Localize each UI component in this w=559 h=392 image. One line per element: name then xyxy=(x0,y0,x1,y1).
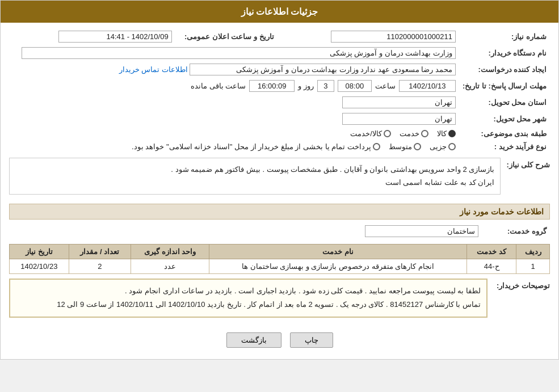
need-desc-box: بازسازی 2 واحد سرویس بهداشتی بانوان و آق… xyxy=(9,158,501,195)
deadline-row: 1402/10/13 ساعت 08:00 3 روز و 16:00:09 س… xyxy=(12,80,456,92)
deadline-days-box: 3 xyxy=(317,80,334,92)
table-row: نوع فرآیند خرید : جزیی متوسط xyxy=(9,140,550,153)
table-row: مهلت ارسال پاسخ: تا تاریخ: 1402/10/13 سا… xyxy=(9,78,550,94)
page-title: جزئیات اطلاعات نیاز xyxy=(241,7,318,16)
purchase-medium-label: متوسط xyxy=(389,142,412,151)
purchase-option-islamic[interactable]: پرداخت تمام یا بخشی از مبلغ خریدار از مح… xyxy=(12,142,380,151)
radio-partial-icon xyxy=(448,143,456,150)
col-row-num: ردیف xyxy=(516,244,550,259)
col-service-name: نام خدمت xyxy=(209,244,467,259)
service-table-body: 1ح-44انجام کارهای متفرقه درخصوص بازسازی … xyxy=(10,259,550,273)
deadline-remaining-label: ساعت باقی مانده xyxy=(191,82,246,90)
deadline-date-box: 1402/10/13 xyxy=(399,80,456,92)
deadline-value: 1402/10/13 ساعت 08:00 3 روز و 16:00:09 س… xyxy=(9,78,459,94)
buyer-org-box: وزارت بهداشت درمان و آموزش پزشکی xyxy=(22,47,456,59)
service-group-label: گروه خدمت: xyxy=(482,223,550,239)
creator-label: ایجاد کننده درخواست: xyxy=(459,61,550,78)
city-box: تهران xyxy=(342,113,456,125)
buyer-notes-line1: لطفا به لیست پیوست مراجعه نمایید . قیمت … xyxy=(16,284,481,298)
cell-date: 1402/10/23 xyxy=(10,259,69,273)
need-desc-label: شرح کلی نیاز: xyxy=(506,158,550,169)
purchase-type-value: جزیی متوسط پرداخت تمام یا بخشی از مبلغ خ… xyxy=(9,140,459,153)
province-label: استان محل تحویل: xyxy=(459,94,550,111)
radio-islamic-icon xyxy=(373,143,380,150)
category-khedmat-label: خدمت xyxy=(400,129,419,138)
buyer-notes-box: لطفا به لیست پیوست مراجعه نمایید . قیمت … xyxy=(9,279,487,318)
city-label: شهر محل تحویل: xyxy=(459,111,550,127)
radio-kala-icon xyxy=(448,130,456,137)
category-both-label: کالا/خدمت xyxy=(350,129,382,138)
buyer-notes-section: توصیحات خریدار: لطفا به لیست پیوست مراجع… xyxy=(9,279,550,322)
service-info-header: اطلاعات خدمات مورد نیاز xyxy=(9,204,550,220)
province-box: تهران xyxy=(342,96,456,108)
service-group-box: ساختمان xyxy=(365,225,478,237)
table-row: شهر محل تحویل: تهران xyxy=(9,111,550,127)
cell-row_num: 1 xyxy=(516,259,550,273)
table-row: نام دستگاه خریدار: وزارت بهداشت درمان و … xyxy=(9,45,550,61)
main-content: شماره نیاز: 1102000001000211 تاریخ و ساع… xyxy=(1,23,558,359)
need-number-value: 1102000001000211 xyxy=(278,28,459,45)
category-radio-group: کالا خدمت کالا/خدمت xyxy=(12,129,456,138)
info-table: شماره نیاز: 1102000001000211 تاریخ و ساع… xyxy=(9,28,550,153)
col-date: تاریخ نیاز xyxy=(10,244,69,259)
table-row: 1ح-44انجام کارهای متفرقه درخصوص بازسازی … xyxy=(10,259,550,273)
need-desc-line2: ایران کد به علت تشابه اسمی است xyxy=(15,176,494,189)
col-unit: واحد اندازه گیری xyxy=(131,244,209,259)
category-option-kala[interactable]: کالا xyxy=(437,129,456,138)
deadline-time-box: 08:00 xyxy=(338,80,372,92)
service-group-value: ساختمان xyxy=(9,223,482,239)
radio-medium-icon xyxy=(414,143,421,150)
date-label: تاریخ و ساعت اعلان عمومی: xyxy=(175,28,278,45)
need-number-box: 1102000001000211 xyxy=(331,31,456,43)
col-service-code: کد خدمت xyxy=(466,244,516,259)
deadline-label: مهلت ارسال پاسخ: تا تاریخ: xyxy=(459,78,550,94)
deadline-remaining-box: 16:00:09 xyxy=(249,80,295,92)
service-group-table: گروه خدمت: ساختمان xyxy=(9,223,550,239)
radio-khedmat-icon xyxy=(421,130,428,137)
creator-value: محمد رضا مسعودی عهد ندارد وزارت بهداشت د… xyxy=(9,61,459,78)
city-value: تهران xyxy=(9,111,459,127)
back-button[interactable]: بازگشت xyxy=(226,332,281,348)
table-row: استان محل تحویل: تهران xyxy=(9,94,550,111)
purchase-type-label: نوع فرآیند خرید : xyxy=(459,140,550,153)
table-row: گروه خدمت: ساختمان xyxy=(9,223,550,239)
cell-quantity: 2 xyxy=(69,259,131,273)
table-header-row: ردیف کد خدمت نام خدمت واحد اندازه گیری ت… xyxy=(10,244,550,259)
buyer-notes-label: توصیحات خریدار: xyxy=(493,279,550,290)
contact-link[interactable]: اطلاعات تماس خریدار xyxy=(119,65,188,74)
table-row: شماره نیاز: 1102000001000211 تاریخ و ساع… xyxy=(9,28,550,45)
category-option-both[interactable]: کالا/خدمت xyxy=(350,129,391,138)
need-number-label: شماره نیاز: xyxy=(459,28,550,45)
province-value: تهران xyxy=(9,94,459,111)
col-quantity: تعداد / مقدار xyxy=(69,244,131,259)
cell-unit: عدد xyxy=(131,259,209,273)
cell-service_code: ح-44 xyxy=(466,259,516,273)
deadline-time-label: ساعت xyxy=(375,82,396,90)
category-kala-label: کالا xyxy=(437,129,447,138)
service-table-head: ردیف کد خدمت نام خدمت واحد اندازه گیری ت… xyxy=(10,244,550,259)
page-wrapper: جزئیات اطلاعات نیاز شماره نیاز: 11020000… xyxy=(0,0,559,360)
radio-both-icon xyxy=(384,130,391,137)
table-row: ایجاد کننده درخواست: محمد رضا مسعودی عهد… xyxy=(9,61,550,78)
date-value: 1402/10/09 - 14:41 xyxy=(9,28,175,45)
buyer-org-value: وزارت بهداشت درمان و آموزش پزشکی xyxy=(9,45,459,61)
purchase-partial-label: جزیی xyxy=(430,142,447,151)
button-row: چاپ بازگشت xyxy=(9,327,550,353)
category-value: کالا خدمت کالا/خدمت xyxy=(9,127,459,140)
deadline-days-label: روز و xyxy=(298,82,314,90)
creator-box: محمد رضا مسعودی عهد ندارد وزارت بهداشت د… xyxy=(190,64,456,75)
date-box: 1402/10/09 - 14:41 xyxy=(58,31,172,43)
need-desc-line1: بازسازی 2 واحد سرویس بهداشتی بانوان و آق… xyxy=(15,163,494,176)
need-desc-section: شرح کلی نیاز: بازسازی 2 واحد سرویس بهداش… xyxy=(9,158,550,199)
purchase-islamic-label: پرداخت تمام یا بخشی از مبلغ خریدار از مح… xyxy=(132,142,371,151)
table-row: طبقه بندی موضوعی: کالا خدمت xyxy=(9,127,550,140)
buyer-notes-line2: تماس با کارشناس 81452127 . کالای درجه یک… xyxy=(16,298,481,312)
cell-service_name: انجام کارهای متفرقه درخصوص بازسازی و بهس… xyxy=(209,259,467,273)
category-label: طبقه بندی موضوعی: xyxy=(459,127,550,140)
purchase-option-medium[interactable]: متوسط xyxy=(389,142,421,151)
service-table: ردیف کد خدمت نام خدمت واحد اندازه گیری ت… xyxy=(9,244,550,274)
category-option-khedmat[interactable]: خدمت xyxy=(400,129,428,138)
page-header: جزئیات اطلاعات نیاز xyxy=(1,1,558,23)
print-button[interactable]: چاپ xyxy=(290,332,333,348)
purchase-option-partial[interactable]: جزیی xyxy=(430,142,456,151)
